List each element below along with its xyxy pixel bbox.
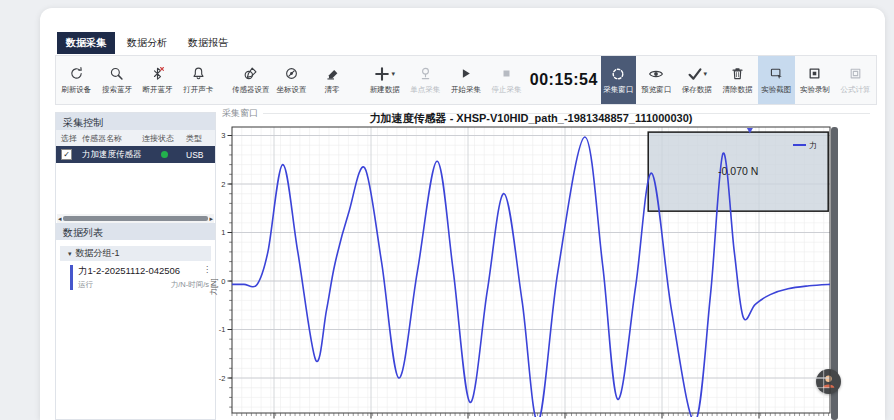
collect-window-button[interactable]: 采集窗口 bbox=[601, 56, 636, 104]
y-tick-label: 3 bbox=[221, 131, 225, 140]
data-list-header: 数据列表 bbox=[56, 223, 215, 240]
sensor-name: 力加速度传感器 bbox=[82, 149, 142, 161]
y-tick-label: 2 bbox=[221, 180, 225, 189]
dial-icon bbox=[284, 66, 299, 82]
toolbar-button-label: 坐标设置 bbox=[276, 85, 306, 95]
measurement-annotation: -0.070 N bbox=[718, 165, 758, 177]
toolbar: 刷新设备搜索蓝牙断开蓝牙打开声卡传感器设置坐标设置清零▾新建数据单点采集开始采集… bbox=[55, 55, 877, 105]
toolbar-button-label: 公式计算 bbox=[841, 85, 871, 95]
tab-0[interactable]: 数据采集 bbox=[57, 32, 115, 54]
data-item-axes: 力/N-时间/s bbox=[171, 280, 209, 290]
preview-window-button[interactable]: 预览窗口 bbox=[636, 56, 677, 104]
toolbar-button-label: 断开蓝牙 bbox=[143, 85, 173, 95]
plus-icon: ▾ bbox=[374, 66, 395, 82]
toolbar-button-label: 开始采集 bbox=[451, 85, 481, 95]
column-header: 选择 bbox=[56, 133, 82, 144]
toolbar-button-label: 采集窗口 bbox=[603, 85, 633, 95]
column-header: 传感器名称 bbox=[82, 133, 142, 144]
y-axis-label: 力[N] bbox=[209, 278, 218, 295]
y-tick-label: -1 bbox=[219, 325, 226, 334]
toolbar-button-label: 预览窗口 bbox=[641, 85, 671, 95]
experiment-screenshot-button[interactable]: 实验截图 bbox=[758, 56, 795, 104]
top-tab-bar: 数据采集数据分析数据报告 bbox=[57, 32, 237, 54]
stop-collect-button: 停止采集 bbox=[486, 56, 527, 104]
check-icon: ▾ bbox=[687, 66, 708, 82]
single-point-collect-button: 单点采集 bbox=[405, 56, 446, 104]
refresh-device-button[interactable]: 刷新设备 bbox=[56, 56, 97, 104]
record-icon bbox=[807, 66, 822, 82]
screenshot-icon bbox=[769, 66, 784, 82]
expand-triangle-icon[interactable]: ▾ bbox=[68, 250, 72, 258]
sensor-row[interactable]: ✓力加速度传感器USB bbox=[56, 146, 215, 163]
trash-icon bbox=[730, 66, 745, 82]
chart-plot-area[interactable]: 3210-1-2力[N]-0.070 N力 bbox=[205, 104, 845, 420]
sensor-settings-button[interactable]: 传感器设置 bbox=[231, 56, 272, 104]
toolbar-button-label: 单点采集 bbox=[410, 85, 440, 95]
data-item-status: 运行 bbox=[78, 280, 93, 290]
chart-title: 力加速度传感器 - XHSP-V10HID_path_-1981348857_1… bbox=[232, 111, 830, 126]
legend-label: 力 bbox=[809, 141, 817, 150]
sensor-table-empty-area bbox=[56, 163, 215, 214]
eraser-icon bbox=[325, 66, 340, 82]
play-icon bbox=[458, 66, 473, 82]
sensor-table-body: ✓力加速度传感器USB bbox=[56, 146, 215, 163]
scrollbar-thumb[interactable] bbox=[63, 216, 209, 221]
eye-icon bbox=[648, 66, 664, 82]
toolbar-button-label: 搜索蓝牙 bbox=[102, 85, 132, 95]
data-item-title: 力1-2-20251112-042506 bbox=[78, 265, 180, 278]
toolbar-button-label: 刷新设备 bbox=[61, 85, 91, 95]
data-list-body: ▾数据分组-1力1-2-20251112-042506⋮运行力/N-时间/s bbox=[56, 246, 215, 290]
chevron-down-icon[interactable]: ▾ bbox=[704, 70, 708, 78]
new-data-button[interactable]: ▾新建数据 bbox=[364, 56, 405, 104]
stop-icon bbox=[499, 66, 514, 82]
tab-1[interactable]: 数据分析 bbox=[118, 32, 176, 54]
toolbar-button-label: 实验截图 bbox=[761, 85, 791, 95]
coordinate-settings-button[interactable]: 坐标设置 bbox=[271, 56, 312, 104]
bell-icon bbox=[191, 66, 206, 82]
y-tick-label: 0 bbox=[221, 277, 225, 286]
data-group-row[interactable]: ▾数据分组-1 bbox=[60, 246, 211, 261]
y-tick-label: -2 bbox=[219, 374, 226, 383]
collect-timer: 00:15:54 bbox=[527, 56, 601, 104]
disconnect-bluetooth-button[interactable]: 断开蓝牙 bbox=[137, 56, 178, 104]
zero-clear-button[interactable]: 清零 bbox=[312, 56, 353, 104]
tab-2[interactable]: 数据报告 bbox=[179, 32, 237, 54]
y-tick-label: 1 bbox=[221, 228, 225, 237]
sidebar-horizontal-scrollbar[interactable]: ◂ ▸ bbox=[57, 214, 214, 223]
formula-calc-button: 公式计算 bbox=[835, 56, 876, 104]
sensor-settings-icon bbox=[243, 66, 258, 82]
single-point-icon bbox=[418, 66, 433, 82]
connection-status-dot bbox=[161, 151, 168, 158]
refresh-icon bbox=[69, 66, 84, 82]
column-header: 连接状态 bbox=[142, 133, 186, 144]
toolbar-button-label: 清除数据 bbox=[722, 85, 752, 95]
aperture-icon bbox=[610, 66, 626, 82]
sensor-checkbox[interactable]: ✓ bbox=[61, 149, 72, 160]
app-window: 数据采集数据分析数据报告 刷新设备搜索蓝牙断开蓝牙打开声卡传感器设置坐标设置清零… bbox=[40, 8, 885, 420]
toolbar-button-label: 实验录制 bbox=[800, 85, 830, 95]
save-data-button[interactable]: ▾保存数据 bbox=[676, 56, 717, 104]
bluetooth-off-icon bbox=[150, 66, 165, 82]
open-soundcard-button[interactable]: 打开声卡 bbox=[178, 56, 219, 104]
toolbar-button-label: 新建数据 bbox=[370, 85, 400, 95]
sidebar: 采集控制 选择传感器名称连接状态类型 ✓力加速度传感器USB ◂ ▸ 数据列表 … bbox=[55, 112, 216, 420]
toolbar-button-label: 打开声卡 bbox=[183, 85, 213, 95]
toolbar-button-label: 清零 bbox=[325, 85, 340, 95]
formula-icon bbox=[848, 66, 863, 82]
experiment-record-button[interactable]: 实验录制 bbox=[795, 56, 836, 104]
scroll-left-arrow[interactable]: ◂ bbox=[57, 214, 63, 223]
collect-control-header: 采集控制 bbox=[56, 113, 215, 130]
toolbar-button-label: 保存数据 bbox=[682, 85, 712, 95]
sensor-table-header: 选择传感器名称连接状态类型 bbox=[56, 130, 215, 146]
toolbar-button-label: 传感器设置 bbox=[232, 85, 270, 95]
search-bluetooth-button[interactable]: 搜索蓝牙 bbox=[97, 56, 138, 104]
start-collect-button[interactable]: 开始采集 bbox=[446, 56, 487, 104]
toolbar-button-label: 停止采集 bbox=[492, 85, 522, 95]
chevron-down-icon[interactable]: ▾ bbox=[391, 70, 395, 78]
data-group-label: 数据分组-1 bbox=[76, 247, 120, 260]
clear-data-button[interactable]: 清除数据 bbox=[717, 56, 758, 104]
bluetooth-search-icon bbox=[109, 66, 124, 82]
data-list-item[interactable]: 力1-2-20251112-042506⋮运行力/N-时间/s bbox=[70, 265, 211, 290]
